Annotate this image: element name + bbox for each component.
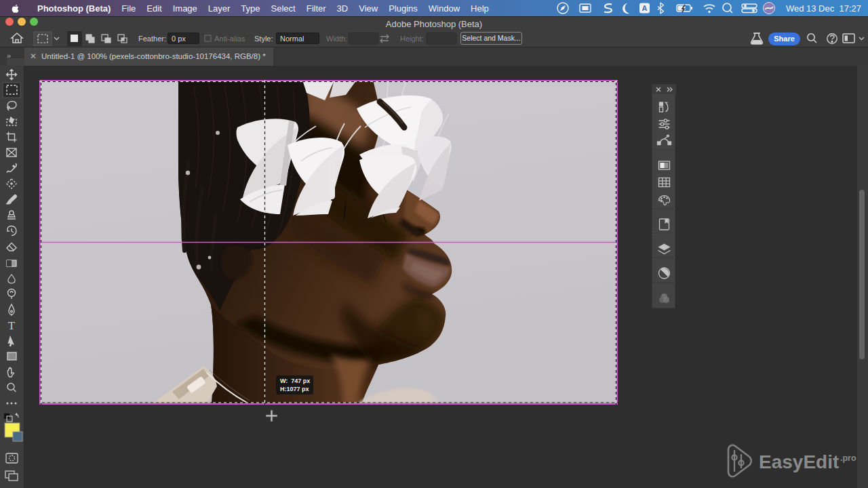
svg-text:T: T <box>8 319 16 332</box>
svg-text:A: A <box>642 4 647 12</box>
svg-text:H:1077 px: H:1077 px <box>280 386 309 392</box>
svg-text:.pro: .pro <box>840 453 856 463</box>
svg-text:W: 747 px: W: 747 px <box>280 378 310 384</box>
svg-text:EasyEdit: EasyEdit <box>759 451 839 472</box>
